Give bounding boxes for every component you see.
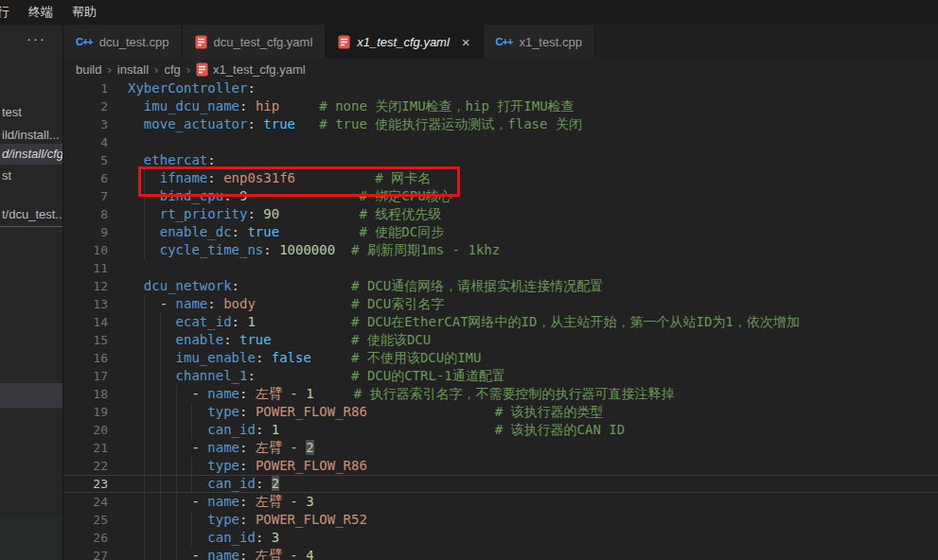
code-line-23[interactable]: 23 can_id: 2 (63, 475, 938, 493)
breadcrumb-segment[interactable]: cfg (164, 62, 180, 77)
code-line-15[interactable]: 15 enable: true # 使能该DCU (63, 331, 938, 349)
code-line-18[interactable]: 18 - name: 左臂 - 1 # 执行器索引名字，不需要控制的执行器可直接… (63, 385, 938, 403)
code-line-13[interactable]: 13 - name: body # DCU索引名字 (63, 295, 938, 313)
line-number: 5 (63, 151, 108, 169)
code-line-14[interactable]: 14 ecat_id: 1 # DCU在EtherCAT网络中的ID，从主站开始… (63, 313, 938, 331)
code-line-22[interactable]: 22 type: POWER_FLOW_R86 (63, 457, 938, 475)
code-line-12[interactable]: 12 dcu_network: # DCU通信网络，请根据实机连接情况配置 (63, 277, 938, 295)
tab-x1-test-cfg-yaml[interactable]: x1_test_cfg.yaml× (326, 25, 483, 59)
indent-guide (144, 511, 145, 529)
sidebar-item-3[interactable]: st (0, 166, 62, 186)
line-number: 26 (63, 529, 108, 547)
code-line-17[interactable]: 17 channel_1: # DCU的CTRL-1通道配置 (63, 367, 938, 385)
code-text: channel_1: # DCU的CTRL-1通道配置 (128, 367, 505, 385)
indent-guide (160, 493, 161, 511)
line-number: 22 (63, 457, 108, 475)
code-text: type: POWER_FLOW_R52 (128, 511, 367, 529)
indent-guide (144, 403, 145, 421)
indent-guide (191, 421, 192, 439)
code-line-20[interactable]: 20 can_id: 1 # 该执行器的CAN ID (63, 421, 938, 439)
indent-guide (160, 403, 161, 421)
breadcrumb-segment[interactable]: install (117, 62, 149, 77)
line-number: 19 (63, 403, 108, 421)
code-line-11[interactable]: 11 (63, 259, 938, 277)
code-line-25[interactable]: 25 type: POWER_FLOW_R52 (63, 511, 938, 529)
code-line-2[interactable]: 2 imu_dcu_name: hip # none 关闭IMU检查，hip 打… (63, 97, 938, 115)
indent-guide (176, 385, 177, 403)
code-line-16[interactable]: 16 imu_enable: false # 不使用该DCU的IMU (63, 349, 938, 367)
indent-guide (160, 421, 161, 439)
code-text: type: POWER_FLOW_R86 (128, 457, 367, 475)
indent-guide (144, 223, 145, 241)
line-number: 3 (63, 115, 108, 133)
line-number: 15 (63, 331, 108, 349)
indent-guide (176, 439, 177, 457)
code-line-26[interactable]: 26 can_id: 3 (63, 529, 938, 547)
indent-guide (176, 529, 177, 547)
code-text: imu_dcu_name: hip # none 关闭IMU检查，hip 打开I… (128, 97, 575, 115)
code-line-4[interactable]: 4 (63, 133, 938, 151)
chevron-right-icon: › (186, 62, 190, 77)
menu-item-0[interactable]: 行 (0, 4, 9, 21)
yaml-file-icon (195, 35, 207, 49)
indent-guide (144, 547, 145, 560)
indent-guide (160, 511, 161, 529)
sidebar-item-0[interactable]: test (0, 102, 62, 123)
code-line-19[interactable]: 19 type: POWER_FLOW_R86 # 该执行器的类型 (63, 403, 938, 421)
indent-guide (176, 457, 177, 475)
sidebar-item-2[interactable]: d/install/cfg (0, 144, 62, 165)
code-text: enable_dc: true # 使能DC同步 (128, 223, 444, 241)
code-text: move_actuator: true # true 使能执行器运动测试，fla… (128, 115, 582, 133)
code-text: - name: 左臂 - 3 (128, 493, 314, 511)
indent-guide (160, 457, 161, 475)
line-number: 14 (63, 313, 108, 331)
code-text: imu_enable: false # 不使用该DCU的IMU (128, 349, 481, 367)
indent-guide (160, 349, 161, 367)
code-line-21[interactable]: 21 - name: 左臂 - 2 (63, 439, 938, 457)
code-text: rt_priority: 90 # 线程优先级 (128, 205, 441, 223)
code-line-24[interactable]: 24 - name: 左臂 - 3 (63, 493, 938, 511)
code-line-9[interactable]: 9 enable_dc: true # 使能DC同步 (63, 223, 938, 241)
code-line-8[interactable]: 8 rt_priority: 90 # 线程优先级 (63, 205, 938, 223)
indent-guide (144, 295, 145, 313)
indent-guide (144, 493, 145, 511)
tab-label: dcu_test_cfg.yaml (214, 35, 313, 49)
breadcrumb-file-label: x1_test_cfg.yaml (213, 62, 306, 77)
tab-x1-test-cpp[interactable]: C++x1_test.cpp (484, 25, 595, 59)
code-text: XyberController: (128, 79, 256, 97)
indent-guide (160, 547, 161, 560)
code-text: type: POWER_FLOW_R86 # 该执行器的类型 (128, 403, 604, 421)
more-actions-icon[interactable]: ··· (27, 30, 46, 46)
menu-item-2[interactable]: 帮助 (72, 4, 97, 21)
line-number: 10 (63, 241, 108, 259)
code-line-10[interactable]: 10 cycle_time_ns: 1000000 # 刷新周期1ms - 1k… (63, 241, 938, 259)
tab-dcu-test-cpp[interactable]: C++dcu_test.cpp (63, 25, 183, 59)
sidebar-panel: ··· testild/install...d/install/cfgstt/d… (0, 25, 63, 560)
tab-bar: C++dcu_test.cppdcu_test_cfg.yamlx1_test_… (63, 25, 938, 59)
indent-guide (176, 403, 177, 421)
code-line-27[interactable]: 27 - name: 左臂 - 4 (63, 547, 938, 560)
code-line-1[interactable]: 1XyberController: (63, 79, 938, 97)
code-text: cycle_time_ns: 1000000 # 刷新周期1ms - 1khz (128, 241, 500, 259)
breadcrumb-file[interactable]: x1_test_cfg.yaml (196, 62, 306, 77)
sidebar-selected-row[interactable] (0, 383, 62, 408)
line-number: 7 (63, 187, 108, 205)
line-number: 24 (63, 493, 108, 511)
sidebar-item-1[interactable]: ild/install... (0, 125, 62, 146)
line-number: 17 (63, 367, 108, 385)
code-text: dcu_network: # DCU通信网络，请根据实机连接情况配置 (128, 277, 603, 295)
indent-guide (160, 331, 161, 349)
code-text: - name: body # DCU索引名字 (128, 295, 444, 313)
yaml-file-icon (196, 62, 208, 77)
indent-guide (191, 511, 192, 529)
breadcrumb-segment[interactable]: build (76, 62, 101, 77)
code-line-3[interactable]: 3 move_actuator: true # true 使能执行器运动测试，f… (63, 115, 938, 133)
line-number: 12 (63, 277, 108, 295)
indent-guide (191, 529, 192, 547)
line-number: 16 (63, 349, 108, 367)
sidebar-item-4[interactable]: t/dcu_test... (0, 204, 62, 227)
code-editor[interactable]: 1XyberController:2 imu_dcu_name: hip # n… (63, 79, 938, 560)
menu-item-1[interactable]: 终端 (28, 4, 53, 21)
tab-dcu-test-cfg-yaml[interactable]: dcu_test_cfg.yaml (183, 25, 327, 59)
close-tab-icon[interactable]: × (462, 35, 470, 49)
